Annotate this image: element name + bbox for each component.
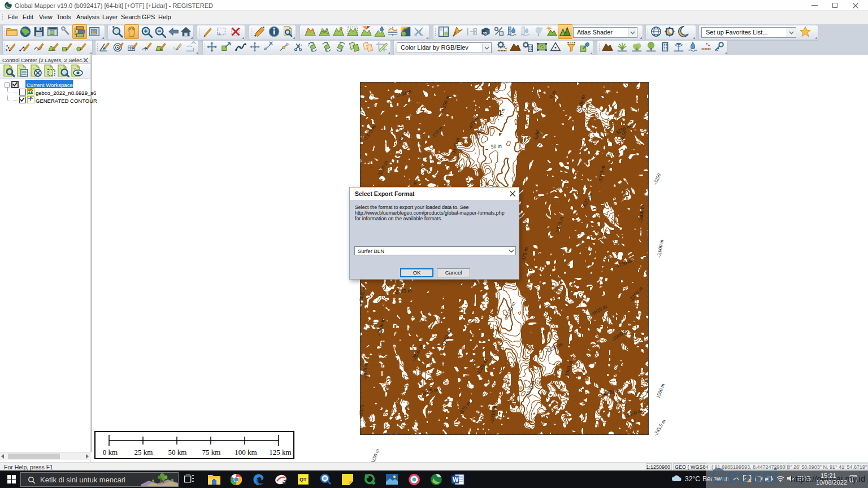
svg-text:0 km: 0 km	[103, 448, 118, 456]
svg-text:3D: 3D	[483, 32, 487, 35]
svg-text:50 m: 50 m	[491, 143, 502, 150]
svg-text:W: W	[453, 476, 459, 483]
svg-text:50 km: 50 km	[168, 448, 187, 456]
svg-text:75 km: 75 km	[202, 448, 221, 456]
svg-text:100 km: 100 km	[235, 448, 257, 456]
svg-text:25 km: 25 km	[134, 448, 153, 456]
svg-text:125 km: 125 km	[269, 448, 291, 456]
